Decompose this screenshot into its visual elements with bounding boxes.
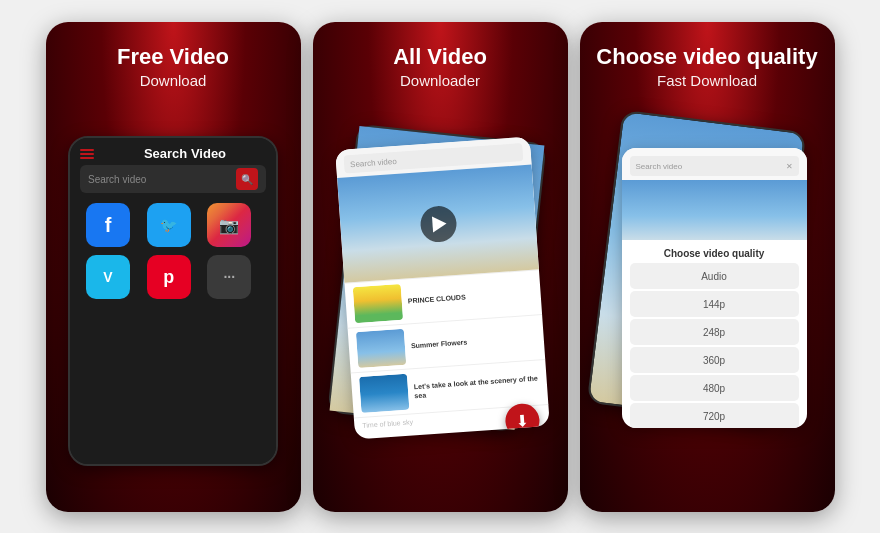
quality-audio[interactable]: Audio [630,263,799,289]
phone1-search-title: Search Video [102,146,268,161]
quality-480p[interactable]: 480p [630,375,799,401]
app-screenshots: Free Video Download Search Video Search … [26,2,855,532]
video-thumb-small-2 [355,329,405,368]
search-icon-btn[interactable]: 🔍 [236,168,258,190]
quality-options-list: Audio 144p 248p 360p 480p 720p 1080p [622,263,807,428]
video-meta-2: Summer Flowers [409,320,536,365]
card3-title: Choose video quality [590,44,825,70]
quality-card-header: Search video ✕ [622,148,807,180]
card1-title: Free Video [56,44,291,70]
card2-content: ✕ Search video [313,99,568,512]
card1-content: Search Video Search video 🔍 f 🐦 📷 V p ··… [46,99,301,512]
card-quality: Choose video quality Fast Download Searc… [580,22,835,512]
social-icons-grid: f 🐦 📷 V p ··· [70,203,276,309]
phone2-front: ✕ Search video [335,137,550,440]
quality-search-bar: Search video ✕ [630,156,799,176]
pinterest-icon[interactable]: p [147,255,191,299]
quality-720p[interactable]: 720p [630,403,799,428]
facebook-icon[interactable]: f [86,203,130,247]
phone1-search-bar[interactable]: Search video 🔍 [80,165,266,193]
card1-header: Free Video Download [46,22,301,99]
phone1-screen: Search Video Search video 🔍 f 🐦 📷 V p ··… [70,138,276,464]
hamburger-icon [78,147,96,161]
phone1-topbar: Search Video [70,138,276,165]
instagram-icon[interactable]: 📷 [207,203,251,247]
video-meta-1: PRINCE CLOUDS [406,275,533,320]
card2-subtitle: Downloader [323,72,558,89]
phone2-search-placeholder: Search video [349,157,396,169]
quality-title: Choose video quality [622,240,807,263]
phone-mockup-1: Search Video Search video 🔍 f 🐦 📷 V p ··… [68,136,278,466]
card-free-video: Free Video Download Search Video Search … [46,22,301,512]
video-title-2: Summer Flowers [410,333,535,351]
card-all-video: All Video Downloader ✕ Search video [313,22,568,512]
quality-144p[interactable]: 144p [630,291,799,317]
video-thumb-small-1 [352,284,402,323]
card2-phone-wrapper: ✕ Search video [327,128,554,468]
video-meta-3: Let's take a look at the scenery of the … [412,365,539,410]
quality-close-icon[interactable]: ✕ [786,162,793,171]
quality-search-placeholder: Search video [636,162,683,171]
play-triangle-icon [431,215,446,232]
play-button[interactable] [418,205,456,243]
video-thumbnail [337,165,539,283]
card3-header: Choose video quality Fast Download [580,22,835,99]
quality-chooser-card: Search video ✕ Choose video quality Audi… [622,148,807,428]
quality-video-preview [622,180,807,240]
card1-subtitle: Download [56,72,291,89]
video-title-3: Let's take a look at the scenery of the … [413,374,539,401]
download-fab-button[interactable]: ⬇ [504,403,540,439]
phone1-search-placeholder: Search video [88,174,236,185]
card3-subtitle: Fast Download [590,72,825,89]
card3-content: Search video ✕ Choose video quality Audi… [580,99,835,512]
video-thumb-small-3 [359,374,409,413]
card3-phone-wrapper: Search video ✕ Choose video quality Audi… [594,118,821,478]
video-title-1: PRINCE CLOUDS [407,288,532,306]
card2-title: All Video [323,44,558,70]
vimeo-icon[interactable]: V [86,255,130,299]
more-icon[interactable]: ··· [207,255,251,299]
quality-248p[interactable]: 248p [630,319,799,345]
twitter-icon[interactable]: 🐦 [147,203,191,247]
card2-header: All Video Downloader [313,22,568,99]
quality-360p[interactable]: 360p [630,347,799,373]
